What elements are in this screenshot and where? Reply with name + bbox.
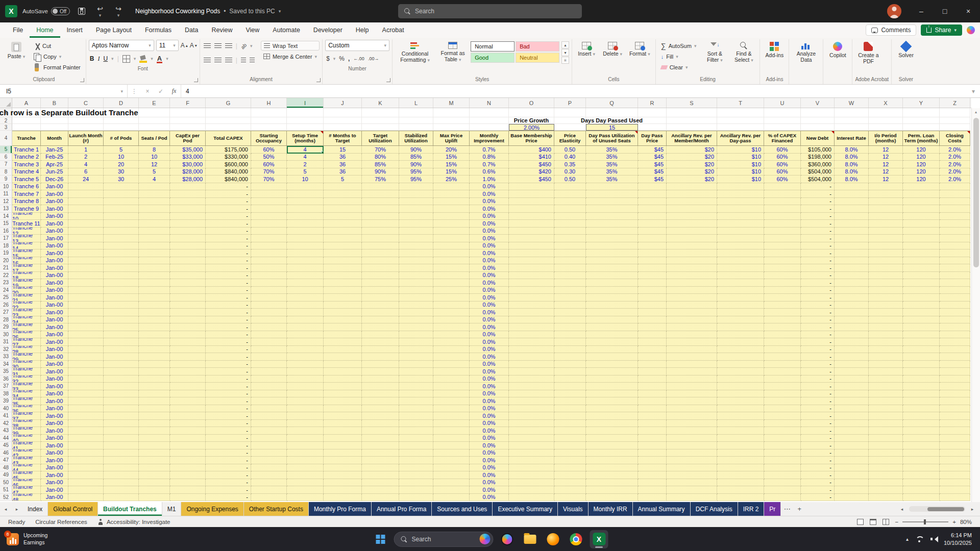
cell-P22[interactable] xyxy=(554,272,586,280)
cell-T31[interactable] xyxy=(717,338,764,346)
cell-Z23[interactable] xyxy=(940,279,970,287)
cell-G23[interactable]: - xyxy=(206,279,251,287)
font-size-select[interactable]: 11▾ xyxy=(156,40,179,51)
cancel-entry-button[interactable]: × xyxy=(141,85,154,97)
cell-T48[interactable] xyxy=(717,464,764,472)
vertical-scroll-thumb[interactable] xyxy=(973,118,979,267)
cell-H11[interactable] xyxy=(251,190,287,198)
cell-H15[interactable] xyxy=(251,220,287,228)
cell-G46[interactable]: - xyxy=(206,449,251,457)
cell-F24[interactable] xyxy=(170,287,206,294)
cell-Y3[interactable] xyxy=(903,124,940,131)
cell-O47[interactable] xyxy=(509,457,554,464)
cell-P26[interactable] xyxy=(554,302,586,309)
cell-N43[interactable]: 0.0% xyxy=(470,427,509,435)
cell-I43[interactable] xyxy=(287,427,324,435)
cell-B21[interactable]: Jan-00 xyxy=(41,264,68,272)
cell-I19[interactable] xyxy=(287,249,324,257)
cell-R34[interactable] xyxy=(638,361,667,368)
cell-E4[interactable]: Seats / Pod xyxy=(139,131,170,146)
cell-A42[interactable]: Tranche 38 xyxy=(12,420,41,428)
cell-N37[interactable]: 0.0% xyxy=(470,383,509,390)
cell-C16[interactable] xyxy=(68,228,104,235)
cell-E34[interactable] xyxy=(139,361,170,368)
cell-Z21[interactable] xyxy=(940,264,970,272)
cell-X43[interactable] xyxy=(869,427,903,435)
cell-R7[interactable]: $45 xyxy=(638,161,667,168)
cell-N50[interactable]: 0.0% xyxy=(470,479,509,487)
cell-M36[interactable] xyxy=(433,375,470,383)
cell-J52[interactable] xyxy=(324,494,362,502)
cell-D47[interactable] xyxy=(104,457,139,464)
cell-T25[interactable] xyxy=(717,294,764,302)
cell-Q23[interactable] xyxy=(586,279,638,287)
cell-U52[interactable] xyxy=(764,494,801,502)
font-dialog-launcher[interactable] xyxy=(194,78,198,82)
cell-M23[interactable] xyxy=(433,279,470,287)
cell-V48[interactable]: - xyxy=(801,464,835,472)
cell-H51[interactable] xyxy=(251,486,287,494)
cell-G8[interactable]: $840,000 xyxy=(206,168,251,176)
cell-Z13[interactable] xyxy=(940,205,970,213)
cell-X1[interactable] xyxy=(869,108,903,117)
cell-L4[interactable]: Stabilized Utilization xyxy=(399,131,433,146)
cell-X51[interactable] xyxy=(869,486,903,494)
cell-B49[interactable]: Jan-00 xyxy=(41,471,68,479)
sheet-tab-dcf-analysis[interactable]: DCF Analysis xyxy=(691,502,738,516)
row-header-15[interactable]: 15 xyxy=(0,220,12,228)
cell-S39[interactable] xyxy=(667,397,717,405)
cell-E35[interactable] xyxy=(139,368,170,375)
cell-C46[interactable] xyxy=(68,449,104,457)
cell-H49[interactable] xyxy=(251,471,287,479)
cell-E38[interactable] xyxy=(139,390,170,398)
accessibility-status[interactable]: Accessibility: Investigate xyxy=(97,519,170,525)
cell-I26[interactable] xyxy=(287,302,324,309)
cell-U24[interactable] xyxy=(764,287,801,294)
cell-H30[interactable] xyxy=(251,331,287,339)
conditional-formatting-button[interactable]: Conditional Formatting ▾ xyxy=(395,40,435,64)
font-family-select[interactable]: Aptos Narrow▾ xyxy=(89,40,154,51)
cell-X24[interactable] xyxy=(869,287,903,294)
cell-S21[interactable] xyxy=(667,264,717,272)
cell-G44[interactable]: - xyxy=(206,435,251,442)
cell-T47[interactable] xyxy=(717,457,764,464)
increase-decimal-button[interactable]: ←.00 xyxy=(353,56,364,61)
file-explorer-button[interactable] xyxy=(521,530,540,548)
cell-A31[interactable]: Tranche 27 xyxy=(12,338,41,346)
row-header-19[interactable]: 19 xyxy=(0,249,12,257)
cell-G33[interactable]: - xyxy=(206,353,251,361)
cell-F45[interactable] xyxy=(170,442,206,449)
cell-R42[interactable] xyxy=(638,420,667,428)
cell-U37[interactable] xyxy=(764,383,801,390)
cell-F6[interactable]: $33,000 xyxy=(170,154,206,161)
cell-N25[interactable]: 0.0% xyxy=(470,294,509,302)
cell-H44[interactable] xyxy=(251,435,287,442)
sheet-tab-monthly-irr[interactable]: Monthly IRR xyxy=(589,502,633,516)
cell-K49[interactable] xyxy=(362,471,399,479)
cell-T6[interactable]: $10 xyxy=(717,154,764,161)
insert-function-button[interactable]: fx xyxy=(167,85,181,97)
cell-V20[interactable]: - xyxy=(801,257,835,265)
row-header-10[interactable]: 10 xyxy=(0,183,12,191)
cell-E6[interactable]: 10 xyxy=(139,154,170,161)
column-header-M[interactable]: M xyxy=(433,98,470,108)
cell-W32[interactable] xyxy=(835,346,869,354)
cell-H16[interactable] xyxy=(251,228,287,235)
cell-O18[interactable] xyxy=(509,242,554,250)
cell-I31[interactable] xyxy=(287,338,324,346)
cell-R38[interactable] xyxy=(638,390,667,398)
horizontal-scrollbar[interactable] xyxy=(909,506,965,512)
cell-A48[interactable]: Tranche 44 xyxy=(12,464,41,472)
column-header-N[interactable]: N xyxy=(470,98,509,108)
start-button[interactable] xyxy=(372,531,389,548)
cell-Z40[interactable] xyxy=(940,405,970,413)
cell-X37[interactable] xyxy=(869,383,903,390)
cell-R21[interactable] xyxy=(638,264,667,272)
cell-K6[interactable]: 80% xyxy=(362,154,399,161)
cell-A24[interactable]: Tranche 20 xyxy=(12,287,41,294)
orientation-button[interactable]: ab xyxy=(240,42,248,50)
cell-M22[interactable] xyxy=(433,272,470,280)
cell-P20[interactable] xyxy=(554,257,586,265)
cell-X44[interactable] xyxy=(869,435,903,442)
decrease-indent-button[interactable] xyxy=(241,58,246,63)
